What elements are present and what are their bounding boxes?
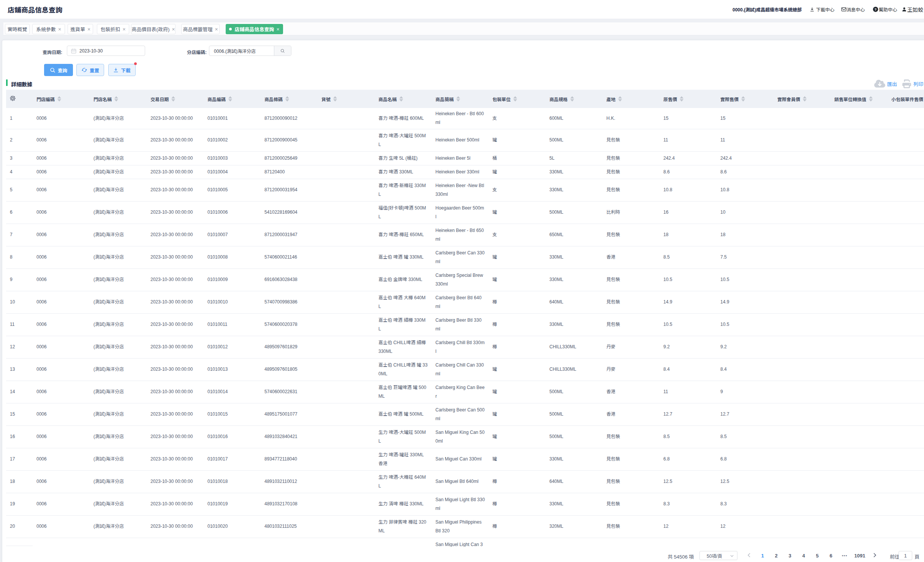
svg-text:?: ?	[875, 8, 877, 11]
